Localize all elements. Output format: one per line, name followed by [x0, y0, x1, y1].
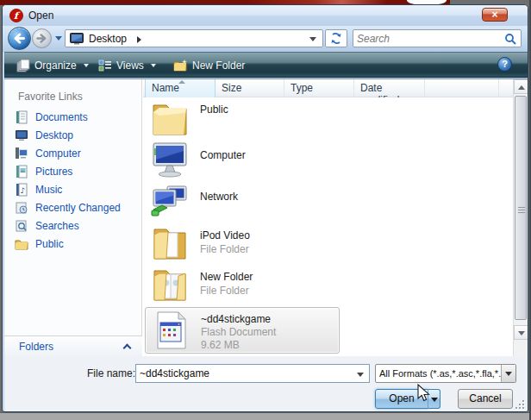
file-name: Public: [200, 103, 228, 116]
sidebar-item-label: Recently Changed: [35, 202, 121, 214]
file-type: File Folder: [200, 243, 249, 255]
sort-ascending-icon: [178, 80, 185, 84]
folder-with-files-icon: [150, 264, 190, 304]
history-dropdown-arrow[interactable]: [55, 36, 62, 41]
file-name-input[interactable]: [140, 367, 351, 380]
sidebar-item-documents[interactable]: Documents: [4, 109, 141, 127]
file-type-value: All Formats (*.as,*.asc,*.fla,*.fl: [379, 368, 506, 379]
breadcrumb-location[interactable]: Desktop: [89, 33, 127, 45]
organize-dropdown-icon: [84, 64, 89, 67]
scroll-down-button[interactable]: [514, 325, 528, 340]
forward-arrow-icon: [33, 29, 51, 47]
content-area: Favorite Links Documents Desktop: [4, 78, 528, 356]
refresh-button[interactable]: [325, 29, 347, 47]
forward-button[interactable]: [32, 28, 52, 48]
views-button[interactable]: Views: [93, 56, 161, 75]
scroll-up-button[interactable]: [514, 79, 528, 94]
file-name-dropdown-icon[interactable]: [357, 373, 364, 377]
flash-app-icon: f: [9, 9, 23, 22]
file-name: New Folder: [200, 271, 253, 283]
file-size: 9.62 MB: [201, 339, 240, 351]
navigation-bar: Desktop: [3, 26, 528, 52]
file-name: iPod Video: [200, 229, 250, 241]
search-input[interactable]: [357, 31, 502, 46]
back-arrow-icon: [9, 28, 30, 49]
folders-expander[interactable]: Folders: [4, 335, 142, 357]
sidebar-item-public[interactable]: Public: [4, 235, 141, 254]
file-type-dropdown-button[interactable]: [501, 365, 515, 382]
list-item-public[interactable]: Public: [145, 97, 507, 139]
searches-icon: [15, 219, 28, 233]
file-name: Network: [200, 191, 238, 203]
vertical-scrollbar[interactable]: [513, 79, 528, 357]
sidebar-item-label: Searches: [35, 220, 79, 232]
sidebar-item-label: Documents: [35, 111, 88, 123]
back-button[interactable]: [8, 27, 31, 50]
computer-icon: [15, 147, 28, 160]
mouse-cursor: [416, 384, 431, 403]
address-dropdown-arrow[interactable]: [309, 37, 316, 41]
refresh-icon: [326, 30, 347, 47]
list-item-ipod-video[interactable]: iPod Video File Folder: [145, 222, 507, 263]
sidebar-item-pictures[interactable]: Pictures: [4, 163, 141, 181]
sidebar-item-computer[interactable]: Computer: [4, 145, 141, 163]
list-item-new-folder[interactable]: New Folder File Folder: [145, 263, 507, 304]
new-folder-icon: [173, 59, 188, 72]
open-dialog: f Open × Desktop: [2, 4, 528, 412]
address-bar[interactable]: Desktop: [65, 29, 323, 47]
desktop-location-icon: [70, 33, 84, 45]
dialog-footer: File name: All Formats (*.as,*.asc,*.fla…: [4, 356, 528, 411]
breadcrumb-arrow-icon[interactable]: [137, 36, 141, 43]
scrollbar-thumb[interactable]: [515, 96, 527, 320]
open-folder-icon: [150, 98, 190, 138]
column-header-date-modified[interactable]: Date modified: [354, 79, 425, 97]
sidebar-item-label: Desktop: [35, 129, 73, 141]
file-type: Flash Document: [201, 326, 276, 338]
recently-changed-icon: [15, 201, 28, 215]
sidebar-item-searches[interactable]: Searches: [4, 217, 141, 235]
sidebar-item-recently-changed[interactable]: Recently Changed: [4, 199, 141, 217]
documents-icon: [15, 110, 28, 124]
sidebar-item-music[interactable]: ♪ Music: [4, 181, 141, 199]
search-box: [353, 29, 522, 47]
views-label: Views: [116, 60, 144, 72]
list-item-network[interactable]: Network: [145, 180, 507, 222]
sidebar-item-label: Music: [35, 184, 62, 196]
organize-button[interactable]: Organize: [11, 56, 94, 75]
favorites-sidebar: Favorite Links Documents Desktop: [4, 79, 142, 357]
scroll-up-icon: [518, 85, 525, 90]
help-button[interactable]: ?: [497, 57, 512, 72]
column-header-size[interactable]: Size: [216, 79, 284, 97]
scrollbar-grip-icon: [518, 207, 525, 213]
window-title: Open: [28, 9, 53, 22]
desktop-icon: [15, 129, 28, 142]
close-button[interactable]: ×: [482, 8, 508, 22]
column-header-type[interactable]: Type: [284, 79, 354, 97]
views-icon: [98, 59, 112, 72]
pictures-icon: [15, 165, 28, 179]
resize-grip[interactable]: [514, 398, 524, 409]
sidebar-item-desktop[interactable]: Desktop: [4, 127, 141, 145]
chevron-up-icon: [123, 344, 132, 353]
list-item-dd4stickgame-selected[interactable]: ~dd4stickgame Flash Document 9.62 MB: [145, 307, 340, 354]
file-name: Computer: [200, 149, 246, 161]
file-type-combobox[interactable]: All Formats (*.as,*.asc,*.fla,*.fl: [375, 364, 516, 383]
file-type: File Folder: [200, 285, 249, 297]
search-icon: [504, 33, 516, 45]
column-header-name[interactable]: Name: [145, 79, 216, 97]
svg-text:♪: ♪: [21, 186, 26, 195]
file-list: Public Computer: [143, 97, 513, 357]
new-folder-button[interactable]: New Folder: [168, 56, 250, 75]
file-name: ~dd4stickgame: [201, 313, 271, 325]
column-header-blank[interactable]: [425, 79, 499, 97]
chevron-down-icon: [431, 398, 438, 402]
title-bar: f Open ×: [3, 5, 528, 26]
music-icon: ♪: [15, 183, 28, 197]
cancel-button[interactable]: Cancel: [458, 389, 513, 409]
scroll-down-icon: [518, 331, 525, 335]
file-name-label: File name:: [87, 367, 135, 379]
organize-label: Organize: [34, 60, 77, 72]
list-item-computer[interactable]: Computer: [145, 139, 507, 180]
views-dropdown-icon: [151, 64, 156, 67]
flash-document-icon: [151, 310, 191, 350]
